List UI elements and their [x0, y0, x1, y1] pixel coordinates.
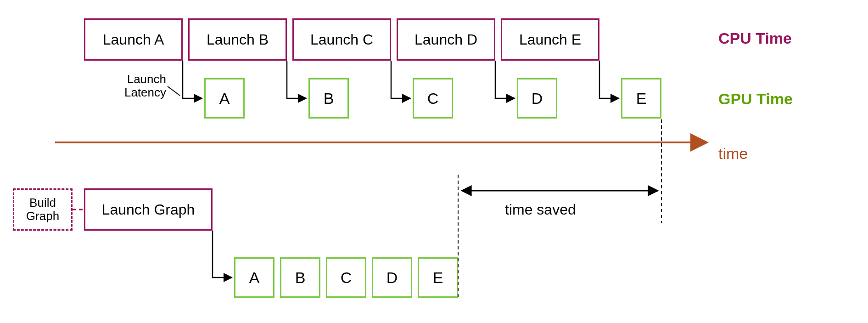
cpu-launch-box: Launch D [397, 18, 495, 61]
gpu-kernel-box: D [517, 78, 557, 119]
gpu-kernel-box: C [326, 257, 366, 298]
launch-arrow [391, 61, 410, 98]
launch-arrow [495, 61, 515, 98]
launch-graph-box: Launch Graph [84, 188, 213, 231]
gpu-kernel-label: B [295, 269, 306, 287]
diagram-stage: Launch A Launch B Launch C Launch D Laun… [0, 0, 868, 323]
launch-latency-pointer [168, 86, 180, 96]
gpu-kernel-box: D [372, 257, 412, 298]
gpu-kernel-label: C [427, 90, 439, 108]
gpu-kernel-box: A [204, 78, 245, 119]
launchgraph-arrow [213, 231, 232, 278]
cpu-launch-label: Launch E [519, 31, 581, 48]
gpu-kernel-label: C [341, 269, 352, 287]
time-saved-label: time saved [505, 201, 576, 218]
gpu-kernel-box: C [413, 78, 453, 119]
gpu-kernel-label: A [219, 90, 230, 108]
cpu-launch-label: Launch D [414, 31, 477, 48]
launch-graph-label: Launch Graph [102, 201, 195, 218]
cpu-launch-box: Launch E [501, 18, 599, 61]
build-graph-label: Build Graph [26, 196, 59, 222]
gpu-kernel-box: B [308, 78, 349, 119]
gpu-kernel-box: E [418, 257, 458, 298]
legend-cpu-time: CPU Time [718, 29, 792, 47]
gpu-kernel-label: D [386, 269, 398, 287]
gpu-kernel-label: D [532, 90, 543, 108]
cpu-launch-box: Launch B [188, 18, 287, 61]
cpu-launch-label: Launch B [207, 31, 269, 48]
launch-arrow [287, 61, 306, 98]
cpu-launch-box: Launch C [292, 18, 391, 61]
launch-arrow [183, 61, 202, 98]
time-axis-label: time [718, 145, 748, 163]
cpu-launch-label: Launch C [310, 31, 373, 48]
gpu-kernel-label: E [636, 90, 647, 108]
cpu-launch-box: Launch A [84, 18, 183, 61]
launch-latency-label: Launch Latency [102, 73, 166, 99]
build-graph-box: Build Graph [13, 188, 73, 231]
launch-arrow [599, 61, 619, 98]
gpu-kernel-box: B [280, 257, 320, 298]
gpu-kernel-box: E [621, 78, 661, 119]
cpu-launch-label: Launch A [103, 31, 164, 48]
gpu-kernel-label: B [324, 90, 334, 108]
gpu-kernel-label: E [433, 269, 443, 287]
gpu-kernel-box: A [234, 257, 274, 298]
gpu-kernel-label: A [249, 269, 260, 287]
legend-gpu-time: GPU Time [718, 90, 793, 108]
